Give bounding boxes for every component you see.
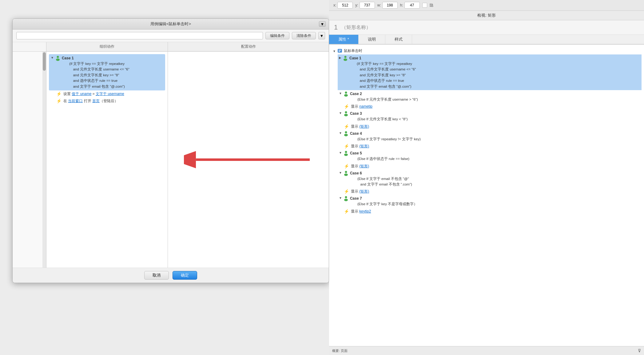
toolbar-dropdown-btn[interactable]: ▼	[318, 32, 325, 39]
clear-condition-button[interactable]: 清除条件	[292, 32, 316, 39]
action-2-link2[interactable]: 首页	[92, 99, 100, 103]
dialog-panel: 用例编辑<鼠标单击时> ▼ 编辑条件 清除条件 ▼ 组织动作 配置动作	[12, 18, 329, 283]
dialog-toolbar: 编辑条件 清除条件 ▼	[13, 30, 329, 42]
svg-point-20	[344, 199, 348, 201]
case2-icon	[343, 91, 349, 97]
cancel-button[interactable]: 取消	[144, 271, 169, 280]
dialog-content: ▼ Case 1 (If 文字于 key == 文字于 repeatkey an…	[13, 52, 329, 268]
tree-case-4-condition: (Else If 文字于 repeatkey != 文字于 key)	[357, 136, 421, 142]
lightning-icon-1: ⚡	[56, 91, 62, 96]
rect-link-3[interactable]: (矩形)	[359, 124, 369, 129]
action-2-link1[interactable]: 当前窗口	[68, 99, 83, 103]
event-icon	[337, 48, 343, 54]
svg-point-11	[345, 111, 347, 114]
expand-icon: ▼	[51, 56, 54, 59]
ok-button[interactable]: 确定	[173, 271, 197, 280]
tree-case-7-header[interactable]: ▼ Case 7 (Else If 文字于 key 不是字母或数字）	[338, 195, 642, 208]
tabs-row: 属性 说明 样式	[329, 35, 644, 45]
lightning-icon-c6: ⚡	[344, 189, 349, 194]
tab-style-label: 样式	[395, 37, 403, 42]
tree-case-7: ▼ Case 7 (Else If 文字于 key 不是字母或数字） ⚡ 显示 …	[338, 195, 642, 214]
svg-point-12	[344, 114, 348, 116]
right-panel: x: y: w: h: 隐 检视: 矩形 1 （矩形名称） 属性 说明	[329, 0, 644, 355]
scrollbar-track	[42, 52, 46, 268]
tab-properties[interactable]: 属性	[329, 35, 359, 44]
dialog-title: 用例编辑<鼠标单击时>	[150, 21, 191, 27]
scrollbar-thumb[interactable]	[43, 52, 46, 71]
svg-rect-4	[338, 49, 342, 53]
svg-point-10	[344, 94, 348, 97]
keytip2-link[interactable]: keytip2	[359, 209, 371, 213]
event-section: ▼ 鼠标单击时 ▶ Case 1	[332, 47, 642, 215]
topbar: x: y: w: h: 隐	[329, 0, 644, 11]
w-coord: w:	[377, 2, 398, 9]
tree-case-1-text: Case 1 (If 文字于 key == 文字于 repeatkey and …	[349, 55, 416, 89]
tree-case-1: ▶ Case 1 (If 文字于 key == 文字于 repeatkey an…	[338, 54, 642, 90]
case-1-header[interactable]: ▼ Case 1 (If 文字于 key == 文字于 repeatkey an…	[49, 54, 165, 90]
chevron-down-icon: ▼	[320, 22, 324, 26]
organize-actions-header: 组织动作	[46, 42, 168, 51]
nametip-link[interactable]: nametip	[359, 104, 372, 109]
tree-case-3-header[interactable]: ▼ Case 3 (Else If 元件文字长度 key < "8")	[338, 110, 642, 123]
tree-case-4-action: ⚡ 显示 (矩形)	[338, 143, 642, 150]
panel-title: 检视: 矩形	[329, 11, 644, 20]
tab-description[interactable]: 说明	[359, 35, 385, 44]
y-label: y:	[355, 3, 358, 7]
case6-expand-icon: ▼	[339, 171, 342, 174]
rect-link-6[interactable]: (矩形)	[359, 189, 369, 193]
element-number: 1	[334, 23, 338, 31]
x-input[interactable]	[337, 2, 353, 9]
svg-point-19	[345, 196, 347, 198]
event-expand-icon: ▼	[333, 50, 336, 53]
edit-condition-button[interactable]: 编辑条件	[265, 32, 289, 39]
dialog-footer: 取消 确定	[13, 268, 329, 283]
rect-link-4[interactable]: (矩形)	[359, 144, 369, 148]
case3-expand-icon: ▼	[339, 111, 342, 115]
tree-case-4-header[interactable]: ▼ Case 4 (Else If 文字于 repeatkey != 文字于 k…	[338, 130, 642, 143]
svg-point-17	[345, 171, 347, 173]
case5-expand-icon: ▼	[339, 151, 342, 154]
tree-case-1-header[interactable]: ▶ Case 1 (If 文字于 key == 文字于 repeatkey an…	[338, 54, 642, 90]
tree-case-4-text: Case 4 (Else If 文字于 repeatkey != 文字于 key…	[350, 131, 421, 142]
tree-case-5-condition: (Else If 选中状态于 rule == false)	[357, 156, 409, 162]
left-column	[13, 52, 46, 268]
tab-style[interactable]: 样式	[385, 35, 412, 44]
tree-case-5: ▼ Case 5 (Else If 选中状态于 rule == false) ⚡…	[338, 150, 642, 169]
dialog-dropdown-btn[interactable]: ▼	[319, 21, 326, 27]
tree-case-5-header[interactable]: ▼ Case 5 (Else If 选中状态于 rule == false)	[338, 150, 642, 162]
h-input[interactable]	[404, 2, 420, 9]
svg-point-0	[57, 56, 59, 58]
y-input[interactable]	[360, 2, 375, 9]
condition-input[interactable]	[16, 32, 263, 39]
w-input[interactable]	[382, 2, 398, 9]
rect-link-5[interactable]: (矩形)	[359, 164, 369, 168]
case4-expand-icon: ▼	[339, 131, 342, 135]
event-header[interactable]: ▼ 鼠标单击时	[332, 47, 642, 54]
tree-case-6-header[interactable]: ▼ Case 6 (Else If 文字于 email 不包含 "@" and …	[338, 170, 642, 188]
tree-case-7-action-text: 显示 keytip2	[351, 209, 371, 214]
action-1-link1[interactable]: 值于 uname	[72, 92, 91, 96]
lightning-icon-c7: ⚡	[344, 209, 349, 214]
tree-case-2: ▼ Case 2 (Else If 元件文字长度 username > "6")…	[338, 90, 642, 110]
action-2: ⚡ 在 当前窗口 打开 首页（登陆后）	[49, 98, 165, 105]
x-coord: x:	[333, 2, 353, 9]
filter-icon[interactable]: ⊽	[638, 348, 641, 353]
left-scroll-area[interactable]	[13, 52, 46, 268]
tree-case-2-header[interactable]: ▼ Case 2 (Else If 元件文字长度 username > "6")	[338, 90, 642, 103]
overview-label: 概要: 页面	[332, 349, 348, 353]
tree-case-6-action: ⚡ 显示 (矩形)	[338, 188, 642, 195]
configure-actions-header: 配置动作	[168, 42, 329, 51]
case7-expand-icon: ▼	[339, 196, 342, 200]
tree-case-7-condition: (Else If 文字于 key 不是字母或数字）	[357, 201, 417, 207]
element-header: 1 （矩形名称）	[329, 20, 644, 35]
tree-case-6: ▼ Case 6 (Else If 文字于 email 不包含 "@" and …	[338, 170, 642, 195]
case3-icon	[343, 111, 349, 116]
tree-case-5-text: Case 5 (Else If 选中状态于 rule == false)	[350, 150, 409, 162]
case2-expand-icon: ▼	[339, 92, 342, 95]
action-1-text: 设置 值于 uname = 文字于 username	[63, 91, 124, 97]
svg-rect-6	[339, 51, 340, 52]
bottom-icons: ⊽	[638, 348, 641, 353]
case1-icon	[343, 55, 348, 61]
action-1-link2[interactable]: 文字于 username	[96, 92, 124, 96]
hide-checkbox[interactable]	[422, 3, 427, 8]
